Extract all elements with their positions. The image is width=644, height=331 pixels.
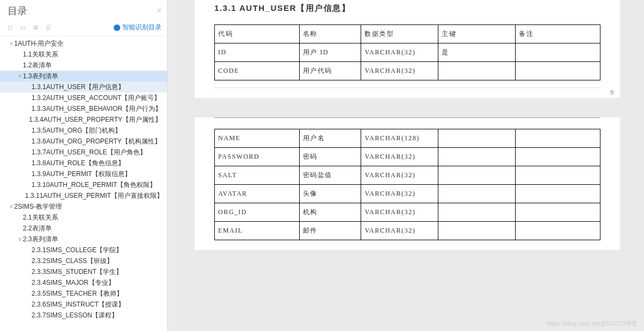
table-cell: 头像 [299, 185, 361, 203]
tree-item[interactable]: ∨1.3表列清单 [0, 71, 167, 82]
table-cell: EMAIL [215, 222, 300, 240]
table-page-9: 代码名称数据类型主键备注ID用户 IDVARCHAR(32)是CODE用户代码V… [214, 24, 600, 80]
tree-item[interactable]: 2.3.5SIMS_TEACHER【教师】 [0, 288, 167, 299]
sidebar-toolbar: ◻ ▭ ⊞ ☰ 智能识别目录 [0, 22, 167, 36]
table-cell [516, 203, 600, 222]
table-cell [516, 43, 600, 62]
tree-item[interactable]: ∨2.3表列清单 [0, 234, 167, 245]
tree-item[interactable]: 1.3.3AUTH_USER_BEHAVIOR【用户行为】 [0, 103, 167, 114]
table-cell: CODE [215, 62, 300, 80]
document-viewport[interactable]: 1.3.1 AUTH_USER【用户信息】 代码名称数据类型主键备注ID用户 I… [168, 0, 644, 331]
table-cell [516, 148, 600, 166]
tree-item[interactable]: 1.3.4AUTH_USER_PROPERTY【用户属性】 [0, 114, 167, 125]
table-row: ID用户 IDVARCHAR(32)是 [215, 43, 600, 62]
smart-label: 智能识别目录 [122, 23, 162, 32]
page-9: 1.3.1 AUTH_USER【用户信息】 代码名称数据类型主键备注ID用户 I… [195, 0, 620, 98]
chevron-down-icon[interactable]: ∨ [8, 39, 14, 48]
table-row: AVATAR头像VARCHAR(32) [215, 185, 600, 203]
table-cell: 密码盐值 [299, 166, 361, 185]
table-cell [438, 222, 516, 240]
tree-item[interactable]: 1.3.1AUTH_USER【用户信息】 [0, 82, 167, 92]
table-header-cell: 代码 [215, 25, 300, 43]
tree-item[interactable]: 1.3.6AUTH_ORG_PROPERTY【机构属性】 [0, 136, 167, 147]
table-cell: 邮件 [299, 222, 361, 240]
chevron-down-icon[interactable]: ∨ [16, 235, 23, 243]
tree-item[interactable]: ∨2SIMS-教学管理 [0, 201, 167, 212]
table-row: CODE用户代码VARCHAR(32) [215, 62, 600, 80]
tree-item-label: 1.3.6AUTH_ORG_PROPERTY【机构属性】 [32, 137, 166, 146]
close-icon[interactable]: × [157, 6, 162, 16]
sidebar: 目录 × ◻ ▭ ⊞ ☰ 智能识别目录 ∨1AUTH-用户安全1.1关联关系1.… [0, 0, 168, 331]
sidebar-title: 目录 [8, 4, 27, 17]
tree-item-label: 2SIMS-教学管理 [14, 202, 67, 211]
toolbar-icon-1[interactable]: ◻ [8, 24, 13, 31]
tree-item-label: 2.3.7SIMS_LESSON【课程】 [32, 311, 123, 320]
table-cell [438, 148, 516, 166]
table-cell: 用户名 [299, 129, 361, 148]
table-header-row: 代码名称数据类型主键备注 [215, 25, 600, 43]
table-cell: VARCHAR(32) [361, 203, 438, 222]
tree-item[interactable]: 1.3.7AUTH_USER_ROLE【用户角色】 [0, 147, 167, 158]
table-cell: SALT [215, 166, 300, 185]
tree-item[interactable]: 1.3.10AUTH_ROLE_PERMIT【角色权限】 [0, 179, 167, 190]
table-cell: VARCHAR(32) [361, 148, 438, 166]
table-cell: VARCHAR(32) [361, 62, 438, 80]
tree-item-label: 1.3.1AUTH_USER【用户信息】 [32, 83, 130, 91]
toolbar-icon-3[interactable]: ⊞ [33, 24, 38, 31]
table-header-cell: 主键 [438, 25, 516, 43]
table-cell: 是 [438, 43, 516, 62]
smart-recognize-link[interactable]: 智能识别目录 [114, 23, 162, 32]
tree-item[interactable]: 2.3.7SIMS_LESSON【课程】 [0, 310, 167, 321]
tree-item[interactable]: 2.3.6SIMS_INSTRUCT【授课】 [0, 299, 167, 310]
tree-item[interactable]: ∨1AUTH-用户安全 [0, 38, 167, 49]
table-cell [516, 185, 600, 203]
tree-item-label: 1.3.9AUTH_PERMIT【权限信息】 [32, 170, 137, 178]
table-page-10: NAME用户名VARCHAR(128)PASSWORD密码VARCHAR(32)… [214, 129, 600, 240]
toolbar-icon-4[interactable]: ☰ [46, 24, 51, 31]
table-cell: 密码 [299, 148, 361, 166]
tree-item[interactable]: 1.1关联关系 [0, 49, 167, 60]
tree-item[interactable]: 1.3.8AUTH_ROLE【角色信息】 [0, 158, 167, 168]
tree-item-label: 1.3.10AUTH_ROLE_PERMIT【角色权限】 [32, 180, 162, 189]
table-cell: VARCHAR(32) [361, 166, 438, 185]
table-cell [438, 185, 516, 203]
tree-item[interactable]: 1.2表清单 [0, 60, 167, 71]
tree-item-label: 1.3.4AUTH_USER_PROPERTY【用户属性】 [29, 115, 167, 124]
table-cell: 机构 [299, 203, 361, 222]
tree-item-label: 2.3表列清单 [23, 235, 64, 243]
toolbar-icon-2[interactable]: ▭ [20, 24, 26, 31]
table-cell: NAME [215, 129, 300, 148]
table-cell [516, 129, 600, 148]
table-cell: 用户 ID [299, 43, 361, 62]
tree-item[interactable]: 2.2表清单 [0, 223, 167, 234]
table-cell [438, 62, 516, 80]
tree-item[interactable]: 2.3.3SIMS_STUDENT【学生】 [0, 266, 167, 277]
table-header-cell: 备注 [516, 25, 600, 43]
table-cell [438, 203, 516, 222]
chevron-down-icon[interactable]: ∨ [8, 202, 14, 211]
tree-item[interactable]: 2.3.4SIMS_MAJOR【专业】 [0, 277, 167, 288]
tree-item[interactable]: 2.1关联关系 [0, 212, 167, 223]
tree-item-label: 2.2表清单 [23, 224, 57, 233]
tree-item-label: 1AUTH-用户安全 [14, 39, 69, 48]
table-header-cell: 名称 [299, 25, 361, 43]
tree-item[interactable]: 1.3.11AUTH_USER_PERMIT【用户直接权限】 [0, 190, 167, 201]
table-cell [516, 222, 600, 240]
table-cell: ID [215, 43, 300, 62]
table-row: NAME用户名VARCHAR(128) [215, 129, 600, 148]
chevron-down-icon[interactable]: ∨ [16, 72, 23, 80]
outline-tree[interactable]: ∨1AUTH-用户安全1.1关联关系1.2表清单∨1.3表列清单1.3.1AUT… [0, 36, 167, 331]
tree-item[interactable]: 1.3.2AUTH_USER_ACCOUNT【用户账号】 [0, 92, 167, 103]
tree-item[interactable]: 1.3.9AUTH_PERMIT【权限信息】 [0, 168, 167, 179]
table-row: ORG_ID机构VARCHAR(32) [215, 203, 600, 222]
tree-item[interactable]: 2.3.1SIMS_COLLEGE【学院】 [0, 245, 167, 255]
tree-item-label: 2.3.2SIMS_CLASS【班级】 [32, 257, 119, 265]
table-cell [516, 62, 600, 80]
tree-item[interactable]: 1.3.5AUTH_ORG【部门机构】 [0, 125, 167, 136]
sidebar-header: 目录 × [0, 0, 167, 22]
tree-item-label: 1.3.3AUTH_USER_BEHAVIOR【用户行为】 [32, 104, 167, 113]
tree-item[interactable]: 2.3.2SIMS_CLASS【班级】 [0, 255, 167, 266]
table-row: PASSWORD密码VARCHAR(32) [215, 148, 600, 166]
tree-item-label: 2.3.3SIMS_STUDENT【学生】 [32, 267, 128, 276]
table-cell: VARCHAR(32) [361, 222, 438, 240]
